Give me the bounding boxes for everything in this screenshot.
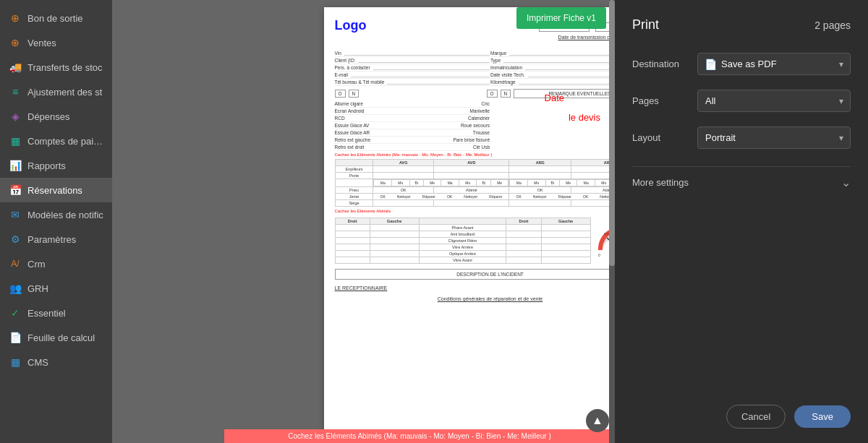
doc-sign-left: LE RECEPTIONNAIRE (335, 285, 388, 291)
ventes-icon: ⊕ (9, 36, 22, 49)
grh-icon: 👥 (9, 282, 22, 295)
sidebar-item-label: Paramètres (27, 234, 76, 245)
doc-scrollbar[interactable] (609, 0, 615, 443)
sidebar-item-label: Ventes (27, 38, 56, 48)
chevron-down-icon: ⌄ (841, 176, 851, 189)
doc-scrollbar-thumb (609, 0, 615, 266)
print-dialog: Print 2 pages Destination 📄 Save as PDF … (615, 0, 868, 443)
sidebar: ⊕ Bon de sortie ⊕ Ventes 🚚 Transferts de… (0, 0, 112, 443)
rapports-icon: 📊 (9, 159, 22, 172)
sidebar-item-depenses[interactable]: ◈ Dépenses (0, 104, 112, 129)
print-pages: 2 pages (814, 20, 851, 31)
doc-checklist: Allume cigareCric Ecran AndroidManivelle… (335, 100, 646, 151)
doc-sign-row: LE RECEPTIONNAIRE LE CLIENT (335, 285, 646, 291)
doc-info-grid: Vin Client (ID: Pers. à contacter E-mail… (335, 50, 646, 86)
bon-de-sortie-icon: ⊕ (9, 12, 22, 25)
doc-page: Logo N° OT Date Date de (324, 7, 657, 443)
cancel-button[interactable]: Cancel (726, 405, 786, 429)
reservations-icon: 📅 (9, 184, 22, 197)
sidebar-item-label: Ajustement des st (27, 87, 102, 98)
sidebar-item-essentiel[interactable]: ✓ Essentiel (0, 301, 112, 325)
destination-label: Destination (632, 59, 697, 69)
more-settings-row[interactable]: More settings ⌄ (632, 166, 851, 198)
print-destination-row: Destination 📄 Save as PDF Microsoft Prin… (632, 53, 851, 75)
layout-select[interactable]: Portrait Landscape (697, 126, 851, 149)
sidebar-item-ajustement[interactable]: ≡ Ajustement des st (0, 79, 112, 104)
sidebar-item-label: Dépenses (27, 111, 70, 122)
doc-incident: DESCRIPTION DE L'INCIDENT (335, 269, 646, 280)
print-title-row: Print 2 pages (632, 17, 851, 33)
sidebar-item-label: Feuille de calcul (27, 332, 95, 343)
sidebar-item-parametres[interactable]: ⚙ Paramètres (0, 227, 112, 251)
sidebar-item-label: Comptes de paiem (27, 136, 103, 147)
devis-link[interactable]: le devis (569, 112, 600, 123)
sidebar-item-crm[interactable]: A/ Crm (0, 251, 112, 276)
comptes-icon: ▦ (9, 134, 22, 147)
sidebar-item-bon-de-sortie[interactable]: ⊕ Bon de sortie (0, 6, 112, 30)
depenses-icon: ◈ (9, 110, 22, 123)
print-actions: Cancel Save (632, 405, 851, 429)
svg-text:0: 0 (598, 253, 600, 257)
pages-select-wrapper: All Custom (697, 90, 851, 112)
doc-abimes-note2: Cachez les Eléments Abimés (335, 209, 646, 213)
doc-vehicle-table: AVGAVDARGARD Enpilleurs Porte MaMo (335, 159, 646, 207)
pages-select[interactable]: All Custom (697, 90, 851, 112)
cms-icon: ▦ (9, 356, 22, 369)
doc-logo: Logo (335, 18, 367, 33)
sidebar-item-feuille[interactable]: 📄 Feuille de calcul (0, 325, 112, 350)
sidebar-item-cms[interactable]: ▦ CMS (0, 350, 112, 374)
sidebar-item-rapports[interactable]: 📊 Rapports (0, 153, 112, 178)
transferts-icon: 🚚 (9, 61, 22, 74)
doc-abimes-note: Cachez les Eléments Abimés (Ma: mauvais … (335, 152, 646, 157)
sidebar-item-reservations[interactable]: 📅 Réservations (0, 178, 112, 202)
pages-label: Pages (632, 95, 697, 106)
print-layout-row: Layout Portrait Landscape (632, 126, 851, 149)
sidebar-item-label: CMS (27, 357, 48, 368)
scroll-top-button[interactable]: ▲ (586, 409, 609, 432)
parametres-icon: ⚙ (9, 233, 22, 246)
sidebar-item-label: GRH (27, 283, 48, 294)
layout-label: Layout (632, 132, 697, 143)
modeles-icon: ✉ (9, 208, 22, 221)
imprimer-button[interactable]: Imprimer Fiche v1 (516, 7, 606, 29)
date-label: Date (545, 93, 564, 103)
sidebar-item-modeles[interactable]: ✉ Modèles de notific (0, 202, 112, 227)
sidebar-item-transferts[interactable]: 🚚 Transferts de stoc (0, 55, 112, 79)
sidebar-item-label: Modèles de notific (27, 210, 103, 220)
ajustement-icon: ≡ (9, 85, 22, 98)
sidebar-item-label: Essentiel (27, 308, 66, 319)
sidebar-item-label: Rapports (27, 160, 66, 171)
sidebar-item-comptes[interactable]: ▦ Comptes de paiem (0, 129, 112, 153)
crm-icon: A/ (9, 257, 22, 270)
save-button[interactable]: Save (794, 405, 851, 428)
doc-conditions: Conditions générales de réparation et de… (335, 296, 646, 301)
destination-select[interactable]: Save as PDF Microsoft Print to PDF (697, 53, 851, 75)
sidebar-item-label: Bon de sortie (27, 13, 83, 24)
print-title: Print (632, 17, 659, 33)
more-settings-label: More settings (632, 177, 689, 188)
layout-select-wrapper: Portrait Landscape (697, 126, 851, 149)
sidebar-item-label: Transferts de stoc (27, 62, 103, 73)
doc-lights-table: DroitGaucheDroitGauche Phare Avant Anti … (335, 218, 591, 264)
print-pages-row: Pages All Custom (632, 90, 851, 112)
feuille-icon: 📄 (9, 331, 22, 344)
sidebar-item-label: Crm (27, 259, 46, 270)
essentiel-icon: ✓ (9, 306, 22, 319)
sidebar-item-ventes[interactable]: ⊕ Ventes (0, 30, 112, 55)
sidebar-item-label: Réservations (27, 185, 82, 196)
destination-wrapper: 📄 Save as PDF Microsoft Print to PDF ▾ (697, 53, 851, 75)
doc-on-row: O N O N REMARQUE EVENTUELLES (335, 89, 646, 98)
bottom-note: Cochez les Eléments Abimés (Ma: mauvais … (224, 429, 615, 443)
chevron-up-icon: ▲ (592, 414, 603, 427)
sidebar-item-grh[interactable]: 👥 GRH (0, 276, 112, 301)
